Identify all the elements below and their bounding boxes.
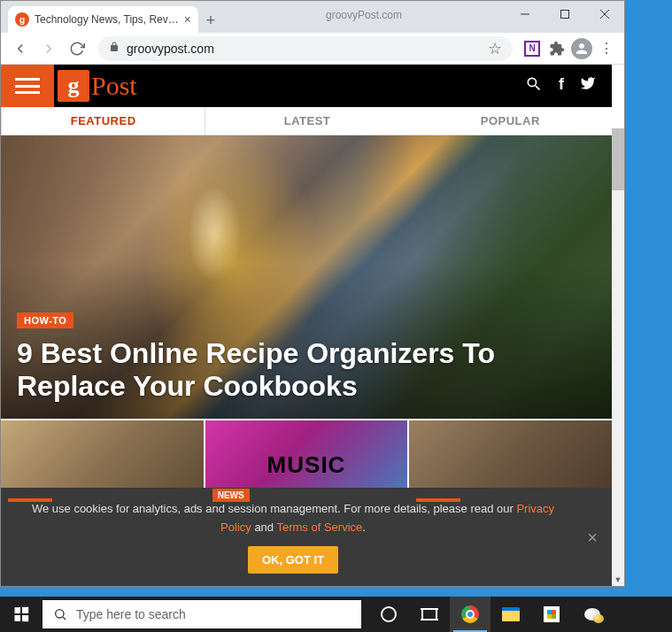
site-header: g Post f bbox=[1, 65, 612, 107]
cookie-accept-button[interactable]: OK, GOT IT bbox=[248, 546, 338, 574]
toolbar: groovypost.com ☆ N ⋮ bbox=[1, 33, 624, 65]
accent-bar bbox=[8, 498, 52, 502]
file-explorer-icon[interactable] bbox=[490, 597, 531, 632]
scrollbar-thumb[interactable] bbox=[612, 128, 624, 190]
browser-tab[interactable]: g Technology News, Tips, Reviews, × bbox=[8, 6, 198, 33]
back-button[interactable] bbox=[8, 36, 33, 61]
onenote-extension-icon[interactable]: N bbox=[521, 38, 543, 59]
taskbar-search[interactable]: Type here to search bbox=[42, 600, 361, 628]
svg-point-4 bbox=[56, 610, 64, 618]
vertical-scrollbar[interactable]: ▼ bbox=[612, 128, 624, 586]
music-graphic-text: MUSIC bbox=[267, 451, 346, 479]
header-icons: f bbox=[525, 75, 612, 96]
category-badge: NEWS bbox=[212, 489, 250, 502]
minimize-button[interactable] bbox=[505, 1, 545, 27]
chrome-menu-icon[interactable]: ⋮ bbox=[596, 38, 617, 59]
hero-title: 9 Best Online Recipe Organizers To Repla… bbox=[17, 337, 596, 403]
cortana-icon[interactable] bbox=[368, 597, 409, 632]
twitter-icon[interactable] bbox=[580, 75, 596, 96]
logo-g-icon: g bbox=[58, 70, 89, 102]
url-text: groovypost.com bbox=[127, 42, 481, 56]
search-icon[interactable] bbox=[525, 75, 543, 96]
microsoft-store-icon[interactable] bbox=[531, 597, 572, 632]
search-icon bbox=[53, 607, 67, 621]
svg-line-5 bbox=[63, 617, 66, 620]
site-logo[interactable]: g Post bbox=[58, 70, 137, 102]
star-icon[interactable]: ☆ bbox=[488, 39, 502, 58]
facebook-icon[interactable]: f bbox=[559, 75, 564, 96]
tab-popular[interactable]: POPULAR bbox=[409, 107, 612, 135]
cookie-text: We use cookies for analytics, ads and se… bbox=[19, 500, 568, 537]
window-title: groovyPost.com bbox=[223, 9, 505, 26]
titlebar: g Technology News, Tips, Reviews, × + gr… bbox=[1, 1, 624, 33]
chrome-window: g Technology News, Tips, Reviews, × + gr… bbox=[0, 0, 625, 587]
page-content: g Post f FEATURED LATEST POPULAR HOW-TO … bbox=[1, 65, 624, 586]
app-icon[interactable] bbox=[572, 597, 613, 632]
cookie-banner: We use cookies for analytics, ads and se… bbox=[1, 488, 612, 586]
tab-latest[interactable]: LATEST bbox=[205, 107, 408, 135]
maximize-button[interactable] bbox=[545, 1, 584, 27]
hamburger-menu-button[interactable] bbox=[1, 65, 54, 107]
logo-post-text: Post bbox=[91, 71, 137, 101]
extensions-icon[interactable] bbox=[546, 38, 568, 59]
lock-icon bbox=[109, 41, 120, 56]
terms-of-service-link[interactable]: Terms of Service bbox=[276, 520, 362, 534]
window-controls bbox=[505, 1, 624, 27]
new-tab-button[interactable]: + bbox=[198, 8, 223, 33]
search-placeholder: Type here to search bbox=[76, 607, 186, 621]
profile-icon[interactable] bbox=[571, 38, 592, 59]
start-button[interactable] bbox=[0, 597, 42, 632]
svg-rect-1 bbox=[560, 11, 568, 19]
accent-bar bbox=[416, 498, 460, 502]
nav-tabs: FEATURED LATEST POPULAR bbox=[1, 107, 612, 135]
hero-article[interactable]: HOW-TO 9 Best Online Recipe Organizers T… bbox=[1, 135, 612, 419]
reload-button[interactable] bbox=[65, 36, 89, 61]
tab-close-icon[interactable]: × bbox=[184, 12, 191, 27]
scroll-down-icon[interactable]: ▼ bbox=[612, 574, 624, 586]
taskbar: Type here to search bbox=[0, 597, 672, 632]
category-badge: HOW-TO bbox=[17, 312, 73, 328]
favicon: g bbox=[15, 12, 29, 27]
address-bar[interactable]: groovypost.com ☆ bbox=[98, 36, 513, 61]
tab-featured[interactable]: FEATURED bbox=[1, 107, 205, 135]
task-view-icon[interactable] bbox=[409, 597, 450, 632]
chrome-taskbar-icon[interactable] bbox=[450, 597, 490, 632]
forward-button[interactable] bbox=[36, 36, 61, 61]
tab-title: Technology News, Tips, Reviews, bbox=[35, 13, 179, 26]
close-button[interactable] bbox=[584, 1, 624, 27]
task-icons bbox=[368, 597, 613, 632]
cookie-close-icon[interactable]: × bbox=[587, 527, 598, 547]
